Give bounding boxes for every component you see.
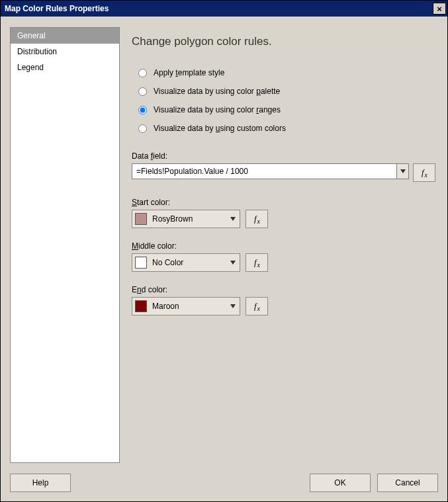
start-color-swatch	[135, 213, 147, 225]
radio-custom-label: Visualize data by using custom colors	[154, 124, 286, 133]
data-field-dropdown-button[interactable]	[396, 164, 408, 179]
middle-color-fx-button[interactable]: fx	[246, 253, 268, 272]
radio-ranges-row: Visualize data by using color ranges	[138, 105, 435, 114]
end-color-swatch	[135, 300, 147, 312]
sidebar: General Distribution Legend	[10, 27, 120, 463]
ok-button[interactable]: OK	[310, 474, 371, 492]
middle-color-combo[interactable]: No Color	[132, 253, 240, 272]
sidebar-item-distribution[interactable]: Distribution	[11, 44, 119, 60]
start-color-name: RosyBrown	[152, 214, 229, 224]
data-field-fx-button[interactable]: fx	[413, 163, 435, 182]
end-color-dropdown[interactable]	[229, 304, 237, 308]
end-color-name: Maroon	[152, 302, 229, 311]
data-field-combo[interactable]	[132, 163, 409, 179]
titlebar: Map Color Rules Properties ×	[1, 1, 447, 17]
start-color-label: Start color:	[132, 198, 435, 207]
sidebar-item-label: Distribution	[17, 47, 57, 56]
end-color-label: End color:	[132, 285, 435, 294]
radio-template[interactable]	[138, 69, 147, 77]
start-color-combo[interactable]: RosyBrown	[132, 210, 240, 228]
help-button[interactable]: Help	[10, 474, 71, 492]
dialog-window: Map Color Rules Properties × General Dis…	[0, 0, 448, 502]
end-color-fx-button[interactable]: fx	[246, 297, 268, 315]
radio-palette-label: Visualize data by using color palette	[154, 87, 280, 96]
middle-color-row: No Color fx	[132, 253, 435, 272]
close-icon: ×	[437, 5, 442, 13]
data-field-row: fx	[132, 163, 435, 182]
middle-color-swatch	[135, 257, 147, 269]
chevron-down-icon	[230, 304, 236, 308]
sidebar-item-legend[interactable]: Legend	[11, 60, 119, 75]
chevron-down-icon	[400, 169, 406, 173]
radio-template-row: Apply template style	[138, 68, 435, 77]
radio-ranges[interactable]	[138, 106, 147, 114]
start-color-dropdown[interactable]	[229, 217, 237, 221]
start-color-row: RosyBrown fx	[132, 210, 435, 228]
end-color-combo[interactable]: Maroon	[132, 297, 240, 315]
dialog-body: General Distribution Legend Change polyg…	[1, 17, 447, 470]
end-color-row: Maroon fx	[132, 297, 435, 315]
dialog-footer: Help OK Cancel	[1, 470, 447, 501]
data-field-label: Data field:	[132, 151, 435, 161]
cancel-button[interactable]: Cancel	[377, 474, 438, 492]
middle-color-name: No Color	[152, 258, 229, 267]
radio-palette[interactable]	[138, 87, 147, 96]
radio-template-label: Apply template style	[154, 68, 224, 77]
radio-group: Apply template style Visualize data by u…	[138, 68, 435, 133]
radio-ranges-label: Visualize data by using color ranges	[154, 105, 281, 114]
radio-palette-row: Visualize data by using color palette	[138, 87, 435, 96]
chevron-down-icon	[230, 261, 236, 265]
page-heading: Change polygon color rules.	[132, 35, 435, 48]
main-panel: Change polygon color rules. Apply templa…	[129, 27, 438, 463]
sidebar-item-general[interactable]: General	[11, 28, 119, 44]
chevron-down-icon	[230, 217, 236, 221]
sidebar-item-label: Legend	[17, 63, 44, 72]
radio-custom[interactable]	[138, 124, 147, 133]
middle-color-dropdown[interactable]	[229, 261, 237, 265]
middle-color-label: Middle color:	[132, 241, 435, 251]
radio-custom-row: Visualize data by using custom colors	[138, 124, 435, 133]
data-field-input[interactable]	[132, 164, 396, 179]
close-button[interactable]: ×	[433, 3, 446, 15]
window-title: Map Color Rules Properties	[5, 4, 109, 13]
start-color-fx-button[interactable]: fx	[246, 210, 268, 228]
sidebar-item-label: General	[17, 31, 46, 40]
